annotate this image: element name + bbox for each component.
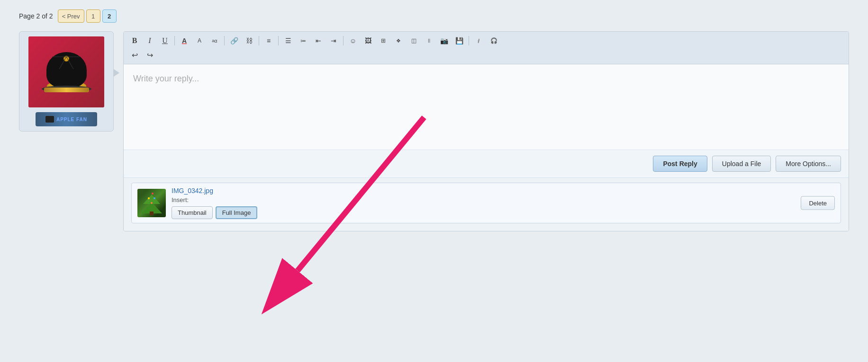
- main-layout: Apple Fan B I U A A aα 🔗 ⛓ ≡ ☰: [19, 31, 849, 231]
- editor-panel: B I U A A aα 🔗 ⛓ ≡ ☰ ≔ ⇤ ⇥ ☺ 🖼 ⊞: [123, 31, 849, 231]
- post-reply-button[interactable]: Post Reply: [653, 156, 707, 172]
- font-size-small-button[interactable]: aα: [208, 35, 222, 47]
- user-panel: Apple Fan: [19, 31, 114, 132]
- user-badge: Apple Fan: [36, 112, 97, 126]
- prev-page-button[interactable]: < Prev: [58, 9, 84, 23]
- font-color-button[interactable]: A: [177, 35, 191, 47]
- attachment-thumbnail: [137, 189, 166, 217]
- avatar-image: [28, 36, 104, 107]
- link-button[interactable]: 🔗: [227, 35, 241, 47]
- italic-button[interactable]: I: [143, 35, 157, 47]
- badge-text: Apple Fan: [56, 117, 87, 122]
- indent-less-button[interactable]: ⇤: [311, 35, 326, 47]
- toolbar-separator-2: [224, 36, 225, 45]
- toolbar-row-2: ↩ ↪: [127, 49, 845, 61]
- insert-buttons: Thumbnail Full Image: [172, 206, 257, 219]
- insert-label: Insert:: [172, 196, 257, 203]
- attachment-filename[interactable]: IMG_0342.jpg: [172, 187, 257, 194]
- bullet-list-button[interactable]: ☰: [281, 35, 295, 47]
- page-2-button[interactable]: 2: [102, 9, 117, 23]
- thumbnail-insert-button[interactable]: Thumbnail: [172, 206, 213, 219]
- attachment-info: IMG_0342.jpg Insert: Thumbnail Full Imag…: [172, 187, 257, 219]
- attachment-item: IMG_0342.jpg Insert: Thumbnail Full Imag…: [131, 183, 841, 223]
- camera-button[interactable]: 📷: [437, 35, 451, 47]
- underline-button[interactable]: U: [158, 35, 172, 47]
- page-1-button[interactable]: 1: [86, 9, 100, 23]
- columns-button[interactable]: ⫴: [422, 35, 436, 47]
- table-button[interactable]: ⊞: [376, 35, 390, 47]
- thumb-image: [137, 189, 166, 217]
- action-row: Post Reply Upload a File More Options...: [124, 150, 849, 177]
- template-button[interactable]: 🎧: [487, 35, 501, 47]
- clear-format-button[interactable]: I: [471, 35, 486, 47]
- delete-attachment-button[interactable]: Delete: [801, 196, 835, 210]
- arrow-right-icon: [114, 69, 119, 77]
- more-options-button[interactable]: More Options...: [776, 156, 841, 172]
- badge-icon: [45, 116, 54, 123]
- full-image-insert-button[interactable]: Full Image: [216, 206, 258, 219]
- upload-file-button[interactable]: Upload a File: [712, 156, 771, 172]
- toolbar-separator-5: [343, 36, 344, 45]
- save-button[interactable]: 💾: [452, 35, 466, 47]
- pagination-label: Page 2 of 2: [19, 12, 53, 20]
- editor-placeholder: Write your reply...: [133, 74, 199, 83]
- attachment-area: IMG_0342.jpg Insert: Thumbnail Full Imag…: [124, 177, 849, 231]
- unlink-button[interactable]: ⛓: [242, 35, 256, 47]
- align-button[interactable]: ≡: [262, 35, 276, 47]
- indent-more-button[interactable]: ⇥: [326, 35, 341, 47]
- toolbar-row-1: B I U A A aα 🔗 ⛓ ≡ ☰ ≔ ⇤ ⇥ ☺ 🖼 ⊞: [127, 35, 845, 47]
- editor-body[interactable]: Write your reply...: [124, 64, 849, 150]
- emoji-button[interactable]: ☺: [346, 35, 360, 47]
- toolbar-separator-4: [278, 36, 279, 45]
- font-size-button[interactable]: A: [192, 35, 207, 47]
- avatar: [28, 36, 104, 107]
- editor-toolbar: B I U A A aα 🔗 ⛓ ≡ ☰ ≔ ⇤ ⇥ ☺ 🖼 ⊞: [124, 32, 849, 64]
- redo-button[interactable]: ↪: [143, 49, 157, 61]
- code-button[interactable]: ◫: [407, 35, 421, 47]
- bold-button[interactable]: B: [127, 35, 142, 47]
- undo-button[interactable]: ↩: [127, 49, 142, 61]
- toolbar-separator-3: [259, 36, 259, 45]
- numbered-list-button[interactable]: ≔: [296, 35, 310, 47]
- special-button[interactable]: ❖: [391, 35, 406, 47]
- image-button[interactable]: 🖼: [361, 35, 375, 47]
- pagination: Page 2 of 2 < Prev 1 2: [19, 9, 849, 23]
- toolbar-separator-6: [469, 36, 469, 45]
- toolbar-separator-1: [174, 36, 175, 45]
- arrow-connector: [114, 31, 123, 77]
